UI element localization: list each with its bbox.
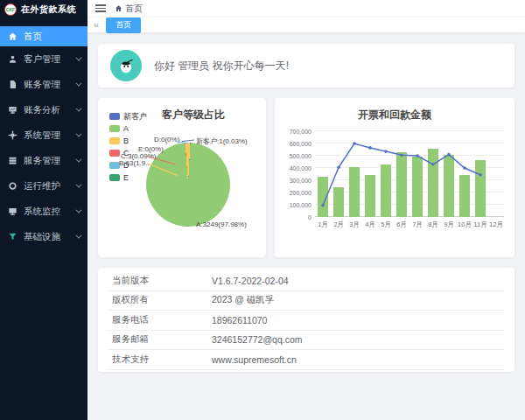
chevron-down-icon xyxy=(75,80,81,87)
app-logo-icon: CKF xyxy=(4,4,17,16)
x-axis-tick-label: 3月 xyxy=(346,220,362,229)
y-axis-tick-label: 200,000 xyxy=(290,190,312,196)
y-axis-tick-label: 100,000 xyxy=(290,202,312,208)
sidebar-item-service[interactable]: 服务管理 xyxy=(0,148,88,173)
info-row-label: 版权所有 xyxy=(108,294,212,306)
sidebar-item-label: 系统监控 xyxy=(24,206,60,218)
y-axis-tick-label: 500,000 xyxy=(290,153,312,159)
sidebar-item-home[interactable]: 首页 xyxy=(0,26,88,46)
legend-label: 新客户 xyxy=(123,111,147,122)
sidebar-item-monitor[interactable]: 系统监控 xyxy=(0,199,88,224)
pie-legend-item[interactable]: A xyxy=(109,122,147,135)
home-icon xyxy=(115,4,122,12)
pie-data-label: A:3249(97.98%) xyxy=(196,220,247,228)
chevron-down-icon xyxy=(75,233,81,239)
y-axis-tick-label: 600,000 xyxy=(290,141,312,147)
info-row: 技术支持www.supremesoft.cn xyxy=(108,350,504,370)
chevron-down-icon xyxy=(75,131,81,137)
app-title: 在外货款系统 xyxy=(21,4,76,16)
infra-icon xyxy=(8,232,18,242)
x-axis-tick-label: 9月 xyxy=(441,220,457,229)
sidebar-item-label: 账务管理 xyxy=(24,79,60,91)
sidebar-item-label: 运行维护 xyxy=(24,180,60,192)
bar-chart-title: 开票和回款金额 xyxy=(275,108,514,122)
greeting-text: 你好 管理员 祝你开心每一天! xyxy=(154,59,289,74)
app-logo-row: CKF 在外货款系统 xyxy=(0,0,88,19)
sidebar-item-label: 首页 xyxy=(24,31,42,43)
y-axis-tick-label: 300,000 xyxy=(290,178,312,184)
sidebar-item-label: 系统管理 xyxy=(24,130,60,142)
breadcrumb[interactable]: 首页 xyxy=(115,3,143,15)
x-axis-tick-label: 2月 xyxy=(331,220,346,229)
monitor-icon xyxy=(8,206,18,217)
info-card: 当前版本V1.6.7-2022-02-04版权所有2023 @ 磁凯孚服务电话1… xyxy=(98,268,514,372)
sidebar-item-label: 账务分析 xyxy=(24,104,60,116)
pie-chart-card: 客户等级占比 新客户ABCDE D:0(0%)新客户:1(0.03%)E:0(0… xyxy=(98,98,266,257)
hamburger-menu-icon[interactable] xyxy=(95,4,106,12)
tab-bar: « 首页 xyxy=(88,18,525,33)
y-axis-tick-label: 400,000 xyxy=(290,165,312,172)
pie-legend-item[interactable]: 新客户 xyxy=(109,110,147,122)
legend-swatch xyxy=(109,113,120,120)
file-icon xyxy=(8,80,18,90)
legend-swatch xyxy=(109,150,120,157)
tab-home[interactable]: 首页 xyxy=(106,18,141,33)
sidebar-item-gear[interactable]: 系统管理 xyxy=(0,122,88,148)
x-axis-tick-label: 6月 xyxy=(394,220,410,229)
sidebar-item-users[interactable]: 客户管理 xyxy=(0,46,88,72)
sidebar-item-chart[interactable]: 账务分析 xyxy=(0,97,88,122)
bar-chart-x-axis: 1月2月3月4月5月6月7月8月9月10月11月12月 xyxy=(315,220,504,229)
breadcrumb-home-label: 首页 xyxy=(125,3,143,15)
x-axis-tick-label: 10月 xyxy=(457,220,472,229)
x-axis-tick-label: 8月 xyxy=(425,220,441,229)
x-axis-tick-label: 1月 xyxy=(315,220,331,229)
info-row: 版权所有2023 @ 磁凯孚 xyxy=(108,291,504,312)
chart-icon xyxy=(8,105,18,116)
legend-swatch xyxy=(109,174,120,181)
legend-label: B xyxy=(123,136,129,145)
legend-label: E xyxy=(123,173,129,182)
info-row-value: 2023 @ 磁凯孚 xyxy=(212,294,504,306)
bar-chart-plot[interactable] xyxy=(315,131,504,217)
chevron-down-icon xyxy=(75,55,81,61)
info-row-value: 18962611070 xyxy=(212,315,504,326)
x-axis-tick-label: 7月 xyxy=(410,220,425,229)
info-row-label: 技术支持 xyxy=(108,354,212,366)
bar-chart: 0100,000200,000300,000400,000500,000600,… xyxy=(284,131,504,217)
pie-data-label: D:0(0%) xyxy=(154,136,179,144)
chevron-down-icon xyxy=(75,207,81,214)
info-row-label: 服务邮箱 xyxy=(108,333,212,346)
legend-label: A xyxy=(123,124,129,133)
main-area: 首页 « 首页 你好 管理员 祝你开心每一天! 客户等级占比 xyxy=(88,0,525,420)
ops-icon xyxy=(8,181,18,192)
info-row: 服务电话18962611070 xyxy=(108,311,504,331)
bar-chart-card: 开票和回款金额 0100,000200,000300,000400,000500… xyxy=(275,98,514,257)
pie-chart[interactable] xyxy=(146,143,230,227)
bar-chart-y-axis: 0100,000200,000300,000400,000500,000600,… xyxy=(284,131,315,217)
chevron-down-icon xyxy=(75,157,81,163)
info-row: 当前版本V1.6.7-2022-02-04 xyxy=(108,271,504,291)
y-axis-tick-label: 700,000 xyxy=(290,129,312,135)
collapse-tabs-icon[interactable]: « xyxy=(94,20,99,30)
sidebar-item-file[interactable]: 账务管理 xyxy=(0,72,88,97)
content-area: 你好 管理员 祝你开心每一天! 客户等级占比 新客户ABCDE D:0(0%)新… xyxy=(88,33,525,372)
sidebar-item-infra[interactable]: 基础设施 xyxy=(0,224,88,249)
info-row-label: 当前版本 xyxy=(108,275,212,287)
x-axis-tick-label: 12月 xyxy=(488,220,504,229)
chevron-down-icon xyxy=(75,182,81,188)
info-row: 服务邮箱3246152772@qq.com xyxy=(108,331,504,351)
pie-data-label: 新客户:1(0.03%) xyxy=(196,136,248,146)
line-series xyxy=(315,131,504,217)
charts-row: 客户等级占比 新客户ABCDE D:0(0%)新客户:1(0.03%)E:0(0… xyxy=(98,98,514,257)
sidebar-item-ops[interactable]: 运行维护 xyxy=(0,173,88,199)
mascot-icon xyxy=(116,56,136,75)
pie-legend-item[interactable]: E xyxy=(109,172,147,184)
chevron-down-icon xyxy=(75,106,81,112)
info-row-value: V1.6.7-2022-02-04 xyxy=(212,276,504,286)
home-icon xyxy=(8,32,18,42)
legend-swatch xyxy=(109,125,120,132)
greeting-card: 你好 管理员 祝你开心每一天! xyxy=(98,44,514,88)
pie-data-label: B:63(1.9.. xyxy=(119,159,150,167)
sidebar-item-label: 服务管理 xyxy=(24,155,60,167)
x-axis-tick-label: 11月 xyxy=(472,220,488,229)
